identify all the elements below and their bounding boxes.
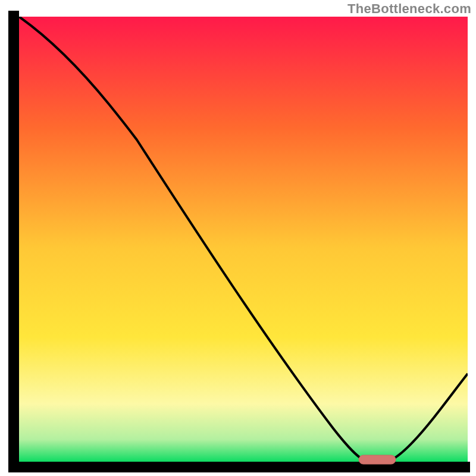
optimal-range-marker	[359, 455, 396, 464]
bottleneck-chart-svg	[0, 0, 476, 476]
gradient-background	[19, 17, 468, 462]
x-axis	[8, 462, 470, 472]
chart-frame: TheBottleneck.com	[0, 0, 476, 476]
watermark-text: TheBottleneck.com	[347, 1, 471, 17]
y-axis	[8, 11, 19, 470]
